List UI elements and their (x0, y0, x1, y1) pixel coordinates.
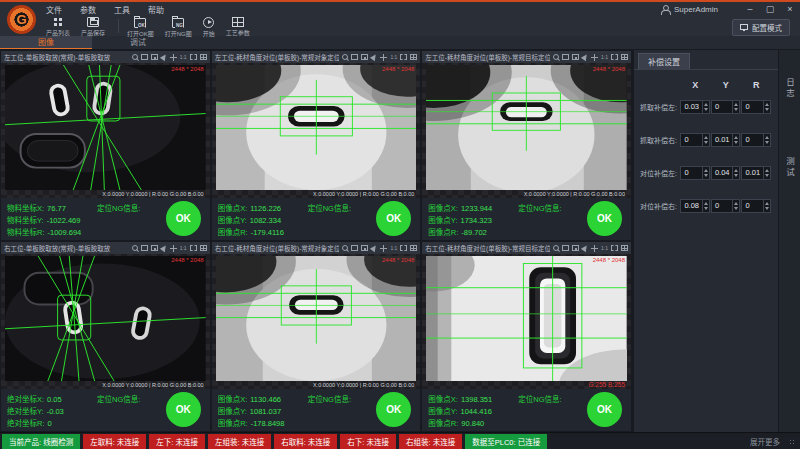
spin-up-icon[interactable] (734, 202, 738, 205)
tool-process-params[interactable]: 工艺参数 (226, 17, 250, 37)
image-icon[interactable] (562, 245, 569, 251)
one-to-one-icon[interactable] (601, 245, 608, 251)
spin-up-icon[interactable] (765, 103, 769, 106)
camera-image[interactable]: 2448 * 2048 G:255 B:255 (422, 254, 631, 389)
align-right-r-input[interactable]: 0 (741, 199, 771, 213)
spin-down-icon[interactable] (734, 108, 738, 111)
pointer-icon[interactable] (160, 53, 168, 61)
config-mode-button[interactable]: 配置模式 (732, 19, 790, 36)
spin-up-icon[interactable] (704, 136, 708, 139)
spin-up-icon[interactable] (704, 202, 708, 205)
image-icon[interactable] (141, 245, 148, 251)
spin-up-icon[interactable] (704, 169, 708, 172)
fullscreen-icon[interactable] (190, 245, 197, 251)
locate-icon[interactable] (151, 54, 158, 60)
expand-more-button[interactable]: 展开更多 (750, 436, 780, 447)
minimize-button[interactable]: – (740, 3, 760, 16)
fullscreen-icon[interactable] (400, 245, 407, 251)
crosshair-icon[interactable] (380, 245, 387, 252)
align-right-x-input[interactable]: 0.08 (680, 199, 710, 213)
spin-down-icon[interactable] (704, 141, 708, 144)
spin-down-icon[interactable] (704, 174, 708, 177)
spin-down-icon[interactable] (765, 174, 769, 177)
locate-icon[interactable] (361, 54, 368, 60)
align-left-x-input[interactable]: 0 (680, 166, 710, 180)
grab-right-y-input[interactable]: 0.01 (711, 133, 741, 147)
camera-image[interactable]: 2448 * 2048 X:0.0000 Y:0.0000 | R:0.00 G… (1, 63, 210, 198)
tool-open-ng-image[interactable]: NG 打开NG图 (165, 17, 192, 38)
spin-up-icon[interactable] (704, 103, 708, 106)
menu-help[interactable]: 帮助 (148, 4, 164, 15)
spin-down-icon[interactable] (734, 207, 738, 210)
one-to-one-icon[interactable] (390, 54, 397, 60)
tab-debug[interactable]: 调试 (92, 36, 184, 49)
camera-image[interactable]: 2448 * 2048 X:0.0000 Y:0.0000 | R:0.00 G… (422, 63, 631, 198)
spin-down-icon[interactable] (704, 207, 708, 210)
crosshair-icon[interactable] (591, 245, 598, 252)
grid-icon[interactable] (410, 245, 417, 251)
tab-image[interactable]: 图像 (0, 36, 92, 49)
spin-up-icon[interactable] (765, 136, 769, 139)
grid-icon[interactable] (200, 54, 207, 60)
menu-tools[interactable]: 工具 (114, 4, 130, 15)
grid-icon[interactable] (621, 245, 628, 251)
spin-up-icon[interactable] (734, 103, 738, 106)
tool-product-list[interactable]: 产品列表 (46, 17, 70, 37)
crosshair-icon[interactable] (170, 245, 177, 252)
zoom-icon[interactable] (132, 54, 138, 60)
image-icon[interactable] (351, 245, 358, 251)
camera-image[interactable]: 2448 * 2048 X:0.0000 Y:0.0000 | R:0.00 G… (212, 63, 421, 198)
image-icon[interactable] (141, 54, 148, 60)
menu-file[interactable]: 文件 (46, 4, 62, 15)
side-tab-test[interactable]: 测试 (784, 157, 796, 178)
pointer-icon[interactable] (160, 244, 168, 252)
locate-icon[interactable] (572, 245, 579, 251)
spin-up-icon[interactable] (734, 136, 738, 139)
crosshair-icon[interactable] (380, 54, 387, 61)
compensation-tab[interactable]: 补偿设置 (638, 53, 690, 69)
zoom-icon[interactable] (342, 54, 348, 60)
fullscreen-icon[interactable] (611, 54, 618, 60)
spin-down-icon[interactable] (765, 207, 769, 210)
one-to-one-icon[interactable] (390, 245, 397, 251)
grid-icon[interactable] (410, 54, 417, 60)
zoom-icon[interactable] (553, 245, 559, 251)
pointer-icon[interactable] (370, 53, 378, 61)
locate-icon[interactable] (151, 245, 158, 251)
tool-open-ok-image[interactable]: OK 打开OK图 (127, 17, 154, 38)
grab-left-r-input[interactable]: 0 (741, 100, 771, 114)
zoom-icon[interactable] (342, 245, 348, 251)
grid-icon[interactable] (200, 245, 207, 251)
camera-image[interactable]: 2448 * 2048 X:0.0000 Y:0.0000 | R:0.00 G… (1, 254, 210, 389)
spin-down-icon[interactable] (765, 108, 769, 111)
maximize-button[interactable]: ▢ (760, 3, 780, 16)
menu-params[interactable]: 参数 (80, 4, 96, 15)
grab-left-y-input[interactable]: 0 (711, 100, 741, 114)
tool-start[interactable]: 开始 (203, 17, 215, 38)
pointer-icon[interactable] (581, 53, 589, 61)
tool-product-save[interactable]: 产品保存 (81, 17, 105, 37)
locate-icon[interactable] (572, 54, 579, 60)
user-name[interactable]: SuperAdmin (674, 5, 718, 14)
close-button[interactable]: × (780, 3, 800, 16)
image-icon[interactable] (351, 54, 358, 60)
spin-up-icon[interactable] (765, 202, 769, 205)
spin-down-icon[interactable] (765, 141, 769, 144)
zoom-icon[interactable] (553, 54, 559, 60)
pointer-icon[interactable] (581, 244, 589, 252)
spin-up-icon[interactable] (765, 169, 769, 172)
zoom-icon[interactable] (132, 245, 138, 251)
spin-down-icon[interactable] (734, 174, 738, 177)
spin-down-icon[interactable] (734, 141, 738, 144)
fullscreen-icon[interactable] (190, 54, 197, 60)
camera-image[interactable]: 2448 * 2048 X:0.0000 Y:0.0000 | R:0.00 G… (212, 254, 421, 389)
pointer-icon[interactable] (370, 244, 378, 252)
align-left-y-input[interactable]: 0.04 (711, 166, 741, 180)
fullscreen-icon[interactable] (611, 245, 618, 251)
grid-icon[interactable] (621, 54, 628, 60)
align-right-y-input[interactable]: 0 (711, 199, 741, 213)
side-tab-log[interactable]: 日志 (784, 78, 796, 99)
fullscreen-icon[interactable] (400, 54, 407, 60)
grab-right-x-input[interactable]: 0 (680, 133, 710, 147)
spin-up-icon[interactable] (734, 169, 738, 172)
